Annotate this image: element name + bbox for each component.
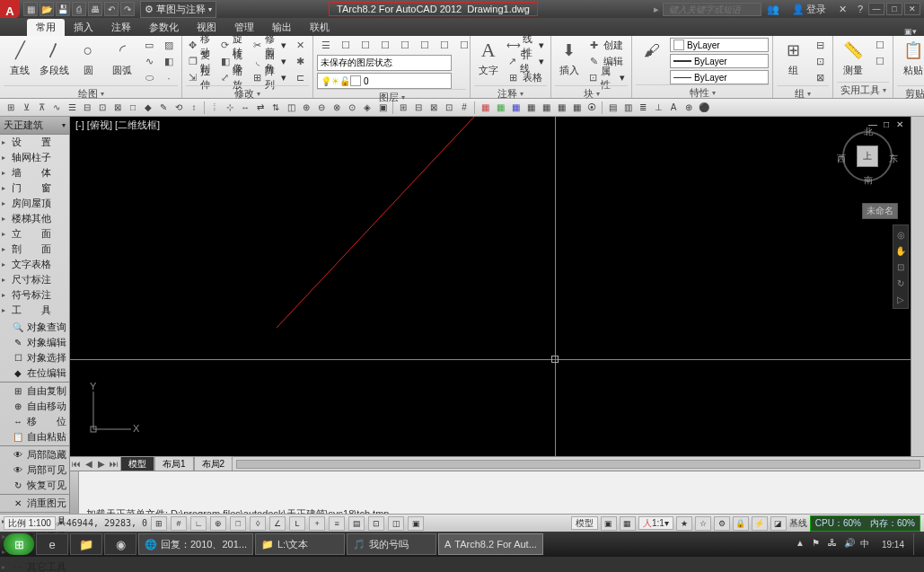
panel-props-title[interactable]: 特性 <box>636 84 769 101</box>
layout-nav-next[interactable]: ▶ <box>95 459 108 469</box>
layout-nav-last[interactable]: ⏭ <box>108 459 120 469</box>
wheel-icon[interactable]: ◎ <box>895 227 906 242</box>
quickview-layouts[interactable]: ▣ <box>601 516 617 531</box>
clock[interactable]: 19:14 <box>876 540 910 550</box>
layer-btn4[interactable]: ☐ <box>376 38 394 53</box>
insert-button[interactable]: ⬇插入 <box>555 38 584 77</box>
tb-icon[interactable]: ▣ <box>375 101 390 115</box>
palette-category[interactable]: ▸剖 面 <box>0 242 69 257</box>
tb-icon[interactable]: ◈ <box>360 101 374 115</box>
tray-network-icon[interactable]: 🖧 <box>828 538 840 550</box>
lwt-toggle[interactable]: ≡ <box>329 516 345 531</box>
isolate-toggle[interactable]: ◪ <box>770 516 787 531</box>
layer-btn7[interactable]: ☐ <box>436 38 453 53</box>
otrack-toggle[interactable]: ∠ <box>269 516 286 531</box>
paste-button[interactable]: 📋粘贴 <box>897 38 924 77</box>
palette-tool[interactable]: ◆在位编辑 <box>0 365 69 381</box>
tb-icon[interactable]: ▤ <box>605 101 620 115</box>
palette-category[interactable]: ▸轴网柱子 <box>0 150 69 165</box>
layout-tab-1[interactable]: 布局1 <box>154 456 194 471</box>
help-icon[interactable]: ? <box>858 4 863 14</box>
palette-category[interactable]: ▸立 面 <box>0 226 69 242</box>
arc-button[interactable]: ◜圆弧 <box>106 38 138 77</box>
qat-new-icon[interactable]: ▦ <box>23 2 38 16</box>
layer-state-dropdown[interactable]: 未保存的图层状态 <box>317 55 452 71</box>
palette-tool[interactable]: ↔移 位 <box>0 414 69 429</box>
qat-redo-icon[interactable]: ↷ <box>120 2 135 16</box>
tb-icon[interactable]: ∿ <box>49 101 64 115</box>
ducs-toggle[interactable]: L <box>289 516 305 531</box>
tpy-toggle[interactable]: ▤ <box>348 516 365 531</box>
tb-icon[interactable]: ⊞ <box>396 101 410 115</box>
stretch-button[interactable]: ⇲拉伸 <box>186 70 216 85</box>
tb-icon[interactable]: ⊡ <box>442 101 456 115</box>
close-button[interactable]: ✕ <box>904 3 920 15</box>
start-button[interactable]: ⊞ <box>4 533 34 555</box>
scale-control[interactable]: 比例 1:100 <box>4 516 56 530</box>
pinned-chrome-icon[interactable]: ◉ <box>104 533 136 555</box>
lineweight-dropdown[interactable]: ByLayer <box>670 70 769 84</box>
tb-icon[interactable]: ⊖ <box>314 101 329 115</box>
leader-button[interactable]: ↗引线▾ <box>505 54 547 69</box>
tb-icon[interactable]: ✎ <box>156 101 171 115</box>
tb-icon[interactable]: ◫ <box>284 101 298 115</box>
palette-tool[interactable]: ✎对象编辑 <box>0 335 69 350</box>
layout-tab-model[interactable]: 模型 <box>120 456 154 471</box>
ribbon-expand-icon[interactable]: ▣▾ <box>904 27 917 36</box>
palette-category[interactable]: ▸房间屋顶 <box>0 196 69 211</box>
qat-save-icon[interactable]: 💾 <box>56 2 70 16</box>
erase-button[interactable]: ✕ <box>291 38 309 53</box>
tb-icon[interactable]: ⦿ <box>585 101 599 115</box>
scrollbar-h[interactable] <box>236 460 920 469</box>
tb-icon[interactable]: ⚫ <box>697 101 711 115</box>
palette-category[interactable]: ▸楼梯其他 <box>0 211 69 226</box>
scrollbar-v[interactable] <box>911 117 924 456</box>
panel-annot-title[interactable]: 注释 <box>474 85 547 101</box>
palette-category[interactable]: ▸文字表格 <box>0 257 69 272</box>
tab-online[interactable]: 联机 <box>301 19 339 36</box>
3dosnap-toggle[interactable]: ◊ <box>250 516 266 531</box>
taskbar-task[interactable]: 🎵我的号吗 <box>347 533 436 555</box>
tb-icon[interactable]: ↕ <box>187 101 201 115</box>
login-button[interactable]: 👤 登录 <box>792 3 826 16</box>
match-prop-button[interactable]: 🖌 <box>636 38 668 63</box>
group-b1[interactable]: ⊟ <box>811 38 829 53</box>
help-search-input[interactable] <box>663 3 761 16</box>
tab-home[interactable]: 常用 <box>27 19 65 36</box>
hardware-accel[interactable]: ⚡ <box>752 516 768 531</box>
layer-btn2[interactable]: ☐ <box>337 38 355 53</box>
group-b2[interactable]: ⊡ <box>811 54 829 69</box>
tb-icon[interactable]: ⇄ <box>253 101 268 115</box>
tb-icon[interactable]: ⊹ <box>223 101 237 115</box>
orbit-icon[interactable]: ↻ <box>895 276 906 290</box>
ortho-toggle[interactable]: ∟ <box>190 516 207 531</box>
tb-icon[interactable]: ▥ <box>620 101 635 115</box>
anno-vis-toggle[interactable]: ★ <box>676 516 692 531</box>
taskbar-task[interactable]: ATArch8.2 For Aut... <box>438 533 543 555</box>
infocenter-icon[interactable]: 👥 <box>767 4 779 15</box>
text-button[interactable]: A文字 <box>474 38 503 77</box>
tb-icon[interactable]: ⟲ <box>172 101 186 115</box>
tb-icon[interactable]: ↔ <box>238 101 252 115</box>
anno-auto-toggle[interactable]: ☆ <box>695 516 711 531</box>
line-button[interactable]: ╱直线 <box>4 38 36 77</box>
tb-icon[interactable]: ▦ <box>554 101 568 115</box>
tb-icon[interactable]: ⊠ <box>110 101 125 115</box>
tb-icon[interactable]: ⊟ <box>80 101 94 115</box>
group-b3[interactable]: ⊠ <box>811 70 829 85</box>
dyn-toggle[interactable]: + <box>309 516 325 531</box>
circle-button[interactable]: ○圆 <box>72 38 104 77</box>
layer-btn5[interactable]: ☐ <box>396 38 414 53</box>
util-b1[interactable]: ☐ <box>871 38 889 53</box>
palette-tool[interactable]: ⊞自由复制 <box>0 383 69 399</box>
chevron-down-icon[interactable]: ▾ <box>59 519 63 527</box>
panel-modify-title[interactable]: 修改 <box>186 85 309 101</box>
app-icon[interactable]: A <box>0 0 20 18</box>
tb-icon[interactable]: A <box>666 101 681 115</box>
tb-icon[interactable]: ⊙ <box>345 101 359 115</box>
pan-icon[interactable]: ✋ <box>895 243 906 258</box>
tb-icon[interactable]: ⊼ <box>34 101 48 115</box>
util-b2[interactable]: ☐ <box>871 54 889 69</box>
qat-undo-icon[interactable]: ↶ <box>104 2 119 16</box>
osnap-toggle[interactable]: □ <box>230 516 246 531</box>
